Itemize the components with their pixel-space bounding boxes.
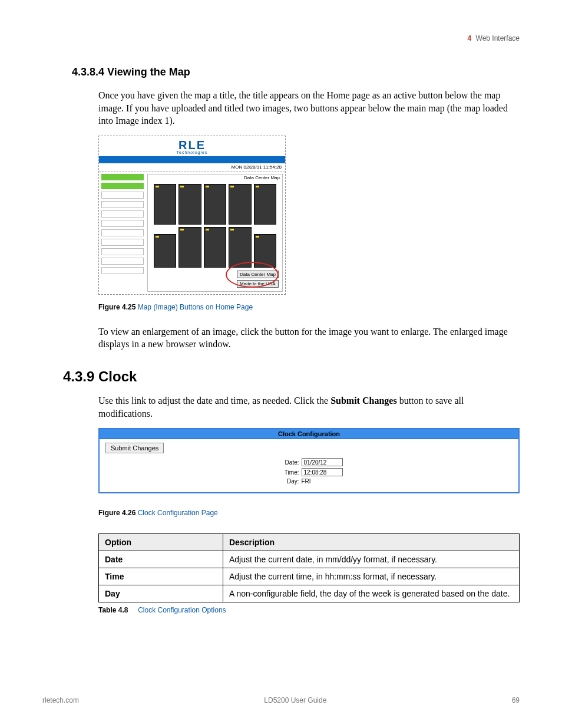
nav-item	[101, 201, 144, 208]
table-4-8-caption: Table 4.8 Clock Configuration Options	[98, 606, 520, 614]
caption-label: Figure 4.25	[98, 303, 135, 311]
table-row: Day A non-configurable field, the day of…	[99, 585, 520, 602]
time-input[interactable]	[302, 468, 343, 476]
chapter-number: 4	[467, 34, 471, 42]
table-row: Date Adjust the current date, in mm/dd/y…	[99, 551, 520, 568]
table-4-8: Option Description Date Adjust the curre…	[98, 533, 520, 602]
nav-item	[101, 248, 144, 255]
figure-4-25-caption: Figure 4.25 Map (Image) Buttons on Home …	[98, 303, 520, 311]
rack-icon	[154, 234, 176, 268]
date-label: Date:	[276, 459, 299, 466]
rack-icon	[178, 184, 201, 225]
caption-text: Clock Configuration Page	[138, 509, 218, 517]
blue-bar	[99, 156, 285, 163]
time-label: Time:	[276, 469, 299, 476]
rack-icon	[254, 234, 276, 268]
rack-icon	[254, 184, 276, 225]
rack-icon	[204, 227, 226, 268]
cell-option: Date	[99, 551, 223, 568]
nav-item	[101, 210, 144, 218]
cell-description: A non-configurable field, the day of the…	[223, 585, 520, 602]
cell-description: Adjust the current date, in mm/dd/yy for…	[223, 551, 520, 568]
nav-item	[101, 229, 144, 236]
page-footer: rletech.com LD5200 User Guide 69	[42, 696, 520, 704]
rack-icon	[229, 227, 251, 268]
cell-description: Adjust the current time, in hh:mm:ss for…	[223, 568, 520, 585]
rack-icon	[178, 227, 201, 268]
date-input[interactable]	[302, 458, 343, 466]
day-label: Day:	[276, 478, 299, 485]
map-title: Data Center Map	[148, 174, 282, 181]
rack-icon	[154, 184, 176, 225]
paragraph: Once you have given the map a title, the…	[98, 89, 520, 127]
side-nav	[101, 174, 144, 292]
table-row: Time Adjust the current time, in hh:mm:s…	[99, 568, 520, 585]
caption-text: Clock Configuration Options	[138, 606, 226, 614]
bold-text: Submit Changes	[330, 396, 396, 406]
day-value: FRI	[302, 478, 343, 485]
figure-4-26-caption: Figure 4.26 Clock Configuration Page	[98, 509, 520, 517]
cell-option: Day	[99, 585, 223, 602]
nav-item	[101, 258, 144, 265]
panel-title: Clock Configuration	[100, 429, 518, 439]
nav-item	[101, 220, 144, 227]
rack-icon	[204, 184, 226, 225]
map-button-2[interactable]: Made in the USA	[237, 280, 279, 288]
chapter-title: Web Interface	[476, 34, 520, 42]
nav-item	[101, 267, 144, 274]
caption-label: Table 4.8	[98, 606, 128, 614]
nav-item	[101, 174, 144, 180]
cell-option: Time	[99, 568, 223, 585]
map-button-1[interactable]: Data Center Map	[237, 271, 279, 278]
logo-text: RLE	[99, 140, 285, 150]
caption-text: Map (Image) Buttons on Home Page	[138, 303, 253, 311]
paragraph: To view an enlargement of an image, clic…	[98, 325, 520, 351]
section-number-4-3-9: 4.3.9	[42, 368, 98, 385]
col-option: Option	[99, 534, 223, 551]
map-panel: Data Center Map Data Cent	[147, 174, 283, 292]
table-header-row: Option Description	[99, 534, 520, 551]
figure-4-25-screenshot: RLE Technologies MON 02/28/11 11:54:20	[98, 136, 286, 295]
text: Use this link to adjust the date and tim…	[98, 396, 330, 406]
rle-logo: RLE Technologies	[99, 136, 285, 156]
logo-subtext: Technologies	[99, 150, 285, 154]
nav-item	[101, 239, 144, 246]
timestamp: MON 02/28/11 11:54:20	[99, 163, 285, 172]
rack-icon	[229, 184, 251, 225]
col-description: Description	[223, 534, 520, 551]
heading-4-3-8-4: 4.3.8.4 Viewing the Map	[72, 66, 520, 78]
caption-label: Figure 4.26	[98, 509, 135, 517]
section-title-clock: Clock	[98, 368, 137, 385]
nav-item	[101, 183, 144, 189]
nav-item	[101, 192, 144, 199]
figure-4-26-screenshot: Clock Configuration Submit Changes Date:…	[98, 428, 520, 493]
footer-right: 69	[512, 696, 520, 704]
paragraph: Use this link to adjust the date and tim…	[98, 394, 520, 420]
footer-left: rletech.com	[42, 696, 79, 704]
footer-center: LD5200 User Guide	[264, 696, 326, 704]
submit-changes-button[interactable]: Submit Changes	[105, 443, 164, 453]
page-header: 4 Web Interface	[42, 34, 520, 42]
